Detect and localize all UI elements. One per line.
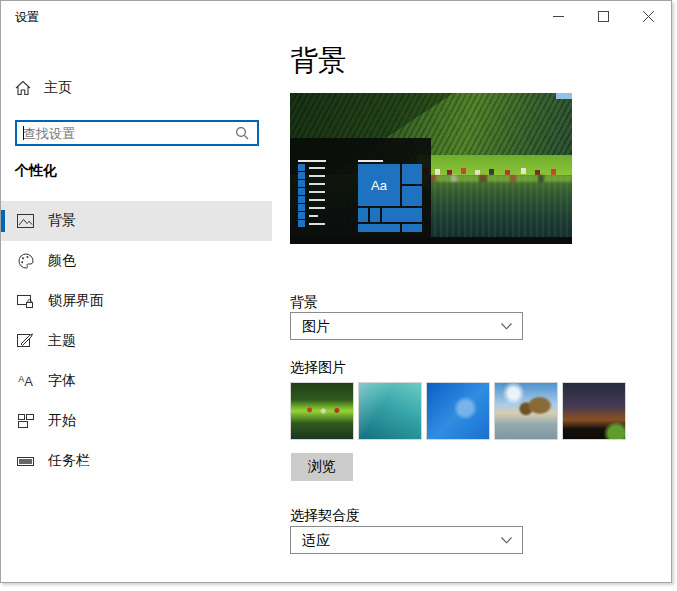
sidebar-item-label: 开始 bbox=[48, 412, 76, 430]
sidebar-item-taskbar[interactable]: 任务栏 bbox=[1, 441, 272, 481]
themes-icon bbox=[17, 333, 34, 350]
preview-taskbar bbox=[290, 237, 572, 244]
thumbnail-underwater[interactable] bbox=[358, 382, 422, 440]
sidebar-item-fonts[interactable]: AA 字体 bbox=[1, 361, 272, 401]
home-label: 主页 bbox=[44, 79, 72, 97]
preview-reflection bbox=[417, 175, 572, 182]
taskbar-icon bbox=[17, 453, 34, 470]
search-icon[interactable] bbox=[235, 126, 249, 140]
minimize-button[interactable] bbox=[536, 1, 581, 31]
home-icon bbox=[15, 80, 31, 96]
thumbnail-windows-blue[interactable] bbox=[426, 382, 490, 440]
choose-picture-label: 选择图片 bbox=[290, 359, 346, 377]
maximize-button[interactable] bbox=[581, 1, 626, 31]
page-title: 背景 bbox=[290, 42, 346, 80]
preview-sky-patch bbox=[556, 93, 572, 99]
selected-accent-bar bbox=[1, 210, 5, 232]
window-title: 设置 bbox=[15, 9, 39, 26]
background-type-dropdown[interactable]: 图片 bbox=[290, 312, 523, 340]
sidebar-nav: 背景 颜色 锁屏界面 主题 AA bbox=[1, 201, 272, 481]
background-icon bbox=[17, 213, 34, 230]
preview-tile: Aa bbox=[358, 164, 400, 206]
fit-value: 适应 bbox=[302, 532, 330, 548]
picture-thumbnails bbox=[290, 382, 626, 440]
wallpaper-preview: Aa bbox=[290, 93, 572, 244]
sidebar-item-colors[interactable]: 颜色 bbox=[1, 241, 272, 281]
fit-label: 选择契合度 bbox=[290, 507, 360, 525]
maximize-icon bbox=[598, 11, 609, 22]
search-box bbox=[15, 120, 259, 146]
background-type-label: 背景 bbox=[290, 294, 318, 312]
minimize-icon bbox=[553, 11, 564, 22]
preview-start-menu: Aa bbox=[290, 138, 431, 237]
sidebar-item-label: 字体 bbox=[48, 372, 76, 390]
close-icon bbox=[643, 11, 654, 22]
chevron-down-icon bbox=[501, 537, 512, 544]
sidebar-item-background[interactable]: 背景 bbox=[1, 201, 272, 241]
preview-tile-label: Aa bbox=[371, 178, 387, 193]
browse-button[interactable]: 浏览 bbox=[291, 453, 353, 481]
colors-icon bbox=[17, 253, 34, 270]
preview-meadow bbox=[417, 155, 572, 175]
home-button[interactable]: 主页 bbox=[15, 77, 72, 99]
thumbnail-mountain-village[interactable] bbox=[290, 382, 354, 440]
sidebar-item-label: 任务栏 bbox=[48, 452, 90, 470]
close-button[interactable] bbox=[626, 1, 671, 31]
sidebar-item-themes[interactable]: 主题 bbox=[1, 321, 272, 361]
sidebar-item-label: 主题 bbox=[48, 332, 76, 350]
settings-window: 设置 主页 个性化 bbox=[0, 0, 672, 583]
sidebar-item-start[interactable]: 开始 bbox=[1, 401, 272, 441]
background-type-value: 图片 bbox=[302, 318, 330, 334]
sidebar-item-lock-screen[interactable]: 锁屏界面 bbox=[1, 281, 272, 321]
thumbnail-night-sky[interactable] bbox=[562, 382, 626, 440]
sidebar-item-label: 背景 bbox=[48, 212, 76, 230]
sidebar: 主页 个性化 背景 颜色 bbox=[1, 31, 272, 582]
fonts-icon: AA bbox=[17, 373, 34, 390]
search-input[interactable] bbox=[23, 122, 223, 144]
sidebar-item-label: 颜色 bbox=[48, 252, 76, 270]
personalization-header: 个性化 bbox=[15, 162, 57, 180]
thumbnail-beach-rocks[interactable] bbox=[494, 382, 558, 440]
lock-screen-icon bbox=[17, 293, 34, 310]
sidebar-item-label: 锁屏界面 bbox=[48, 292, 104, 310]
start-icon bbox=[17, 413, 34, 430]
fit-dropdown[interactable]: 适应 bbox=[290, 526, 523, 554]
chevron-down-icon bbox=[501, 323, 512, 330]
title-bar: 设置 bbox=[1, 1, 671, 31]
